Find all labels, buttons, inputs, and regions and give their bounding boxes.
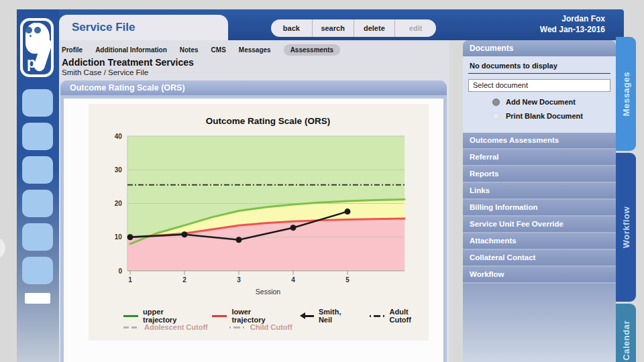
legend-swatch — [370, 315, 384, 317]
sidebar-shortcut-button[interactable] — [22, 257, 53, 284]
svg-text:40: 40 — [115, 133, 123, 140]
user-name: Jordan Fox — [540, 14, 605, 25]
ors-panel-body: Outcome Rating Scale (ORS) 0102030401234… — [64, 99, 443, 362]
edge-tab-label: Messages — [621, 72, 631, 116]
svg-text:1: 1 — [128, 276, 132, 284]
penelope-logo[interactable]: p — [20, 18, 54, 77]
owl-eye-icon — [25, 27, 32, 34]
legend-item: Child Cutoff — [229, 323, 292, 331]
sidebar-item-workflow[interactable]: Workflow — [463, 267, 616, 282]
left-sidebar: p — [17, 9, 59, 362]
sidebar-shortcut-button[interactable] — [22, 223, 53, 251]
documents-empty-message: No documents to display — [468, 56, 610, 74]
tab-notes[interactable]: Notes — [180, 44, 199, 56]
legend-label: Smith, Neil — [319, 308, 353, 324]
svg-text:10: 10 — [115, 233, 123, 241]
radio-button[interactable] — [492, 99, 500, 106]
main-content: ProfileAdditional InformationNotesCMSMes… — [59, 40, 449, 362]
sidebar-shortcut-button[interactable] — [22, 190, 53, 217]
sidebar-item-outcomes-assessments[interactable]: Outcomes Assessments — [463, 133, 616, 148]
sidebar-item-reports[interactable]: Reports — [463, 166, 616, 182]
svg-text:4: 4 — [291, 276, 295, 284]
toolbar: backsearchdeleteedit — [271, 19, 436, 37]
page-title-tab[interactable]: Service File — [59, 15, 228, 40]
radio-row[interactable]: Add New Document — [492, 98, 616, 106]
delete-button[interactable]: delete — [354, 19, 396, 37]
ors-chart: 01020304012345 — [89, 104, 429, 341]
back-button[interactable]: back — [271, 19, 313, 37]
documents-panel-header: Documents — [463, 40, 616, 56]
breadcrumb: Smith Case / Service File — [62, 68, 148, 76]
svg-text:30: 30 — [115, 166, 123, 174]
documents-panel-body: No documents to display Select document … — [463, 56, 616, 133]
legend-swatch — [123, 326, 140, 328]
chart-x-axis-label: Session — [89, 288, 429, 296]
legend-item: Smith, Neil — [300, 308, 353, 324]
logo-letter: p — [27, 54, 36, 72]
chart-legend-row-2: Adolescent CutoffChild Cutoff — [123, 323, 292, 331]
legend-label: Adult Cutoff — [390, 308, 429, 324]
tab-messages[interactable]: Messages — [239, 44, 271, 56]
legend-item: Adolescent Cutoff — [123, 323, 208, 331]
chart-legend-row-1: upper trajectorylower trajectorySmith, N… — [123, 308, 429, 324]
owl-eye-icon — [34, 27, 41, 34]
page-edge-notch — [0, 237, 5, 259]
current-date: Wed Jan-13-2016 — [540, 25, 605, 36]
legend-item: lower trajectory — [212, 308, 282, 324]
legend-swatch — [123, 315, 138, 317]
sidebar-shortcut-button[interactable] — [22, 156, 53, 184]
edge-tab-workflow[interactable]: Workflow — [616, 153, 636, 302]
edge-tab-calendar[interactable]: Calendar — [616, 304, 636, 362]
sidebar-tail — [463, 284, 616, 362]
ors-panel: Outcome Rating Scale (ORS) Outcome Ratin… — [60, 80, 447, 362]
sidebar-item-service-unit-fee-override[interactable]: Service Unit Fee Override — [463, 217, 616, 232]
radio-label: Add New Document — [506, 98, 576, 106]
legend-swatch — [300, 312, 314, 319]
legend-label: upper trajectory — [143, 308, 195, 324]
sidebar-item-billing-information[interactable]: Billing Information — [463, 200, 616, 215]
svg-text:20: 20 — [115, 200, 123, 207]
radio-row[interactable]: Print Blank Document — [492, 112, 616, 120]
ors-panel-header: Outcome Rating Scale (ORS) — [60, 80, 447, 95]
svg-text:0: 0 — [118, 267, 122, 275]
right-sidebar: Documents No documents to display Select… — [463, 40, 616, 362]
legend-swatch — [212, 315, 227, 317]
edge-tab-label: Calendar — [621, 320, 631, 361]
owl-beak-icon — [30, 35, 32, 37]
select-document-dropdown[interactable]: Select document — [468, 79, 610, 92]
edit-button: edit — [395, 19, 436, 37]
tab-cms[interactable]: CMS — [211, 44, 226, 56]
legend-label: Child Cutoff — [250, 323, 292, 331]
sidebar-indicator — [25, 293, 50, 304]
logo-dot — [38, 57, 40, 60]
legend-item: upper trajectory — [123, 308, 195, 324]
user-info: Jordan Fox Wed Jan-13-2016 — [540, 14, 605, 35]
radio-label: Print Blank Document — [506, 112, 583, 120]
tab-additional-information[interactable]: Additional Information — [95, 44, 167, 56]
svg-text:2: 2 — [182, 276, 186, 284]
svg-text:3: 3 — [237, 276, 241, 284]
edge-tab-messages[interactable]: Messages — [616, 37, 636, 151]
search-button[interactable]: search — [313, 19, 354, 37]
document-radio-group: Add New DocumentPrint Blank Document — [463, 98, 616, 120]
tab-profile[interactable]: Profile — [62, 44, 83, 56]
edge-tab-label: Workflow — [621, 206, 631, 248]
section-tabs: ProfileAdditional InformationNotesCMSMes… — [62, 44, 340, 56]
legend-item: Adult Cutoff — [370, 308, 429, 324]
sidebar-link-list: Outcomes AssessmentsReferralReportsLinks… — [463, 133, 616, 284]
sidebar-item-referral[interactable]: Referral — [463, 149, 616, 165]
svg-text:5: 5 — [345, 276, 350, 284]
radio-button[interactable] — [492, 113, 500, 120]
page-title: Addiction Treatment Services — [62, 57, 194, 68]
sidebar-item-collateral-contact[interactable]: Collateral Contact — [463, 250, 616, 265]
sidebar-item-attachments[interactable]: Attachments — [463, 233, 616, 249]
app-window: Service File backsearchdeleteedit Jordan… — [0, 0, 644, 362]
sidebar-shortcut-button[interactable] — [22, 89, 53, 117]
legend-swatch — [229, 326, 246, 328]
sidebar-item-links[interactable]: Links — [463, 183, 616, 198]
sidebar-shortcut-button[interactable] — [22, 123, 53, 150]
legend-label: Adolescent Cutoff — [144, 323, 208, 331]
top-bar: Service File backsearchdeleteedit Jordan… — [17, 9, 624, 40]
legend-label: lower trajectory — [231, 308, 282, 324]
tab-assessments[interactable]: Assessments — [284, 44, 340, 56]
